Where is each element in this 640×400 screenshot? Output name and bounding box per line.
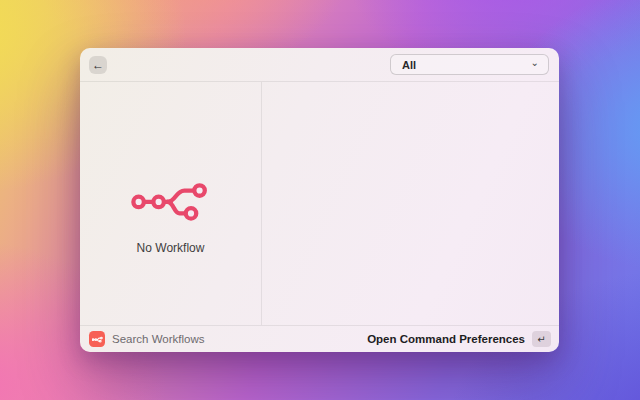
back-button[interactable]: ← <box>89 56 107 74</box>
workflow-icon <box>131 179 211 223</box>
search-workflows-icon <box>89 331 105 347</box>
back-arrow-icon: ← <box>92 58 104 72</box>
empty-state: No Workflow <box>131 179 211 255</box>
filter-dropdown-value: All <box>402 59 416 71</box>
footer-bar: Search Workflows Open Command Preference… <box>80 325 559 352</box>
window-header: ← All ⌄ <box>80 48 559 82</box>
command-label: Search Workflows <box>112 333 204 345</box>
enter-key-badge: ↵ <box>532 331 551 347</box>
workflow-list-panel: No Workflow <box>80 82 262 325</box>
enter-key-icon: ↵ <box>537 334 545 345</box>
primary-action-label: Open Command Preferences <box>367 333 525 345</box>
detail-panel <box>262 82 559 325</box>
empty-state-label: No Workflow <box>137 241 205 255</box>
command-window: ← All ⌄ <box>80 48 559 352</box>
content-area: No Workflow <box>80 82 559 325</box>
chevron-down-icon: ⌄ <box>531 58 539 68</box>
command-info: Search Workflows <box>89 331 204 347</box>
filter-dropdown[interactable]: All ⌄ <box>390 54 549 75</box>
primary-action[interactable]: Open Command Preferences ↵ <box>367 331 551 347</box>
